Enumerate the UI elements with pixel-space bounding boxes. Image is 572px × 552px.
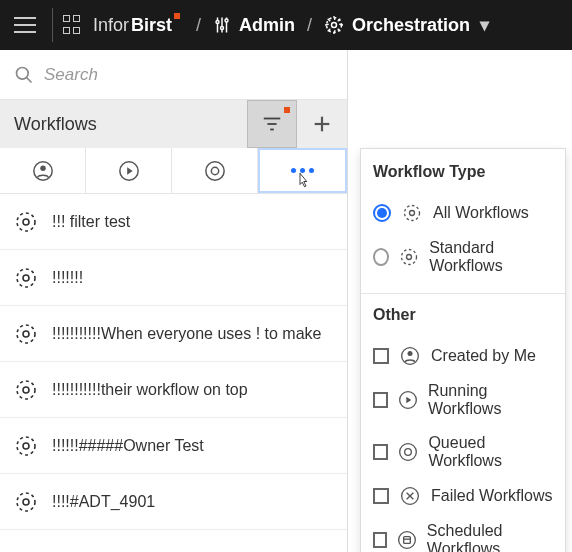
workflow-type-heading: Workflow Type (373, 163, 553, 181)
svg-point-30 (17, 381, 35, 399)
workflow-name: !!!!!!! (52, 269, 83, 287)
chevron-down-icon: ▾ (480, 14, 489, 36)
top-bar: Infor Birst / Admin / Orchestration ▾ (0, 0, 572, 50)
workflow-item[interactable]: !!!!#ADT_4901 (0, 474, 347, 530)
checkbox-label: Running Workflows (428, 382, 553, 418)
workflow-gear-icon (14, 266, 38, 290)
svg-point-41 (408, 351, 413, 356)
workflow-item[interactable]: !!!!!!!!!!!When everyone uses ! to make (0, 306, 347, 362)
divider (52, 8, 53, 42)
user-circle-icon (32, 160, 54, 182)
svg-point-38 (402, 250, 417, 265)
gear-icon (324, 15, 344, 35)
workflow-item[interactable]: !!!!!!!!!!!their workflow on top (0, 362, 347, 418)
cursor-pointer-icon (294, 171, 312, 189)
checkbox-unchecked-icon (373, 444, 388, 460)
svg-point-11 (17, 67, 29, 79)
workflow-gear-icon (14, 434, 38, 458)
breadcrumb-orchestration[interactable]: Orchestration ▾ (324, 14, 489, 36)
workflow-gear-icon (14, 490, 38, 514)
svg-point-25 (23, 219, 29, 225)
svg-point-39 (407, 255, 412, 260)
svg-rect-50 (404, 537, 411, 544)
workflow-name: !!! filter test (52, 213, 130, 231)
radio-checked-icon (373, 204, 391, 222)
user-circle-icon (399, 346, 421, 366)
svg-point-19 (40, 165, 46, 171)
brand-logo: Infor Birst (93, 15, 172, 36)
search-input[interactable] (44, 65, 335, 85)
workflow-gear-icon (14, 322, 38, 346)
radio-standard-workflows[interactable]: Standard Workflows (373, 231, 553, 283)
filter-button[interactable] (247, 100, 297, 148)
standard-workflows-icon (399, 247, 419, 267)
svg-point-31 (23, 387, 29, 393)
tab-created-by-me[interactable] (0, 148, 86, 193)
svg-point-0 (216, 21, 219, 24)
svg-point-23 (211, 167, 218, 174)
checkbox-created-by-me[interactable]: Created by Me (373, 338, 553, 374)
breadcrumb: / Admin / Orchestration ▾ (196, 14, 489, 36)
svg-point-24 (17, 213, 35, 231)
workflow-name: !!!!!!#####Owner Test (52, 437, 204, 455)
play-circle-icon (118, 160, 140, 182)
checkbox-scheduled-workflows[interactable]: Scheduled Workflows (373, 514, 553, 552)
svg-point-34 (17, 493, 35, 511)
target-circle-icon (398, 442, 418, 462)
svg-point-35 (23, 499, 29, 505)
brand-thin: Infor (93, 15, 129, 36)
workflow-item[interactable]: !!! filter test (0, 194, 347, 250)
workflow-name: !!!!!!!!!!!When everyone uses ! to make (52, 325, 321, 343)
sliders-icon (213, 16, 231, 34)
workflow-item[interactable]: !!!!!!#####Owner Test (0, 418, 347, 474)
svg-point-28 (17, 325, 35, 343)
radio-label: Standard Workflows (429, 239, 553, 275)
svg-point-3 (221, 27, 224, 30)
tab-more-options[interactable] (258, 148, 347, 193)
target-circle-icon (204, 160, 226, 182)
checkbox-unchecked-icon (373, 488, 389, 504)
tab-queued[interactable] (172, 148, 258, 193)
svg-point-6 (225, 19, 228, 22)
checkbox-label: Created by Me (431, 347, 536, 365)
svg-marker-21 (127, 167, 133, 174)
workflow-item[interactable]: !!!!!!! (0, 250, 347, 306)
checkbox-unchecked-icon (373, 532, 387, 548)
brand-notification-dot (174, 13, 180, 19)
search-icon (14, 65, 34, 85)
radio-all-workflows[interactable]: All Workflows (373, 195, 553, 231)
svg-point-27 (23, 275, 29, 281)
checkbox-unchecked-icon (373, 392, 388, 408)
filter-tabs (0, 148, 347, 194)
hamburger-menu-button[interactable] (8, 10, 42, 40)
svg-point-44 (400, 444, 417, 461)
svg-point-49 (399, 532, 416, 549)
workflow-gear-icon (14, 378, 38, 402)
add-workflow-button[interactable] (297, 100, 347, 148)
breadcrumb-admin[interactable]: Admin (213, 15, 295, 36)
svg-line-12 (27, 77, 32, 82)
svg-marker-43 (406, 397, 411, 404)
svg-point-29 (23, 331, 29, 337)
svg-point-45 (405, 449, 412, 456)
checkbox-running-workflows[interactable]: Running Workflows (373, 374, 553, 426)
calendar-circle-icon (397, 530, 417, 550)
tab-running[interactable] (86, 148, 172, 193)
checkbox-failed-workflows[interactable]: Failed Workflows (373, 478, 553, 514)
breadcrumb-admin-label: Admin (239, 15, 295, 36)
checkbox-queued-workflows[interactable]: Queued Workflows (373, 426, 553, 478)
radio-label: All Workflows (433, 204, 529, 222)
app-switcher-icon[interactable] (63, 15, 83, 35)
breadcrumb-separator: / (307, 15, 312, 36)
filter-popover: Workflow Type All Workflows Standard Wor… (360, 148, 566, 552)
filter-icon (261, 113, 283, 135)
all-workflows-icon (401, 203, 423, 223)
right-area: Workflow Type All Workflows Standard Wor… (348, 50, 572, 552)
other-heading: Other (373, 306, 553, 324)
search-row (0, 50, 347, 100)
plus-icon (311, 113, 333, 135)
checkbox-label: Scheduled Workflows (427, 522, 553, 552)
breadcrumb-separator: / (196, 15, 201, 36)
breadcrumb-orchestration-label: Orchestration (352, 15, 470, 36)
workflow-list: !!! filter test !!!!!!! !!!!!!!!!!!When … (0, 194, 347, 552)
